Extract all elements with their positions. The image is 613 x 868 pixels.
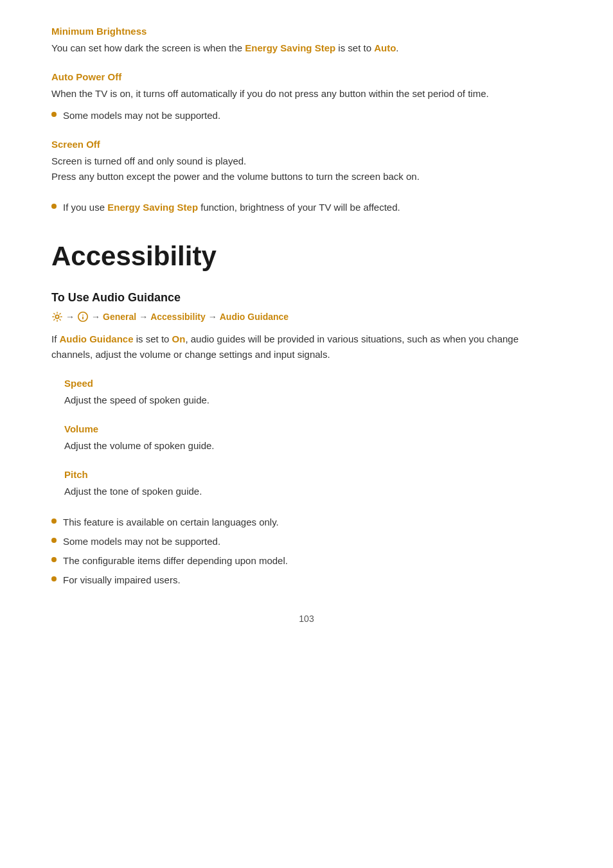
bullet-dot-icon <box>51 557 57 562</box>
screen-off-section: Screen Off Screen is turned off and only… <box>51 139 562 184</box>
arrow-icon-2: → <box>91 312 100 322</box>
volume-title: Volume <box>64 423 562 434</box>
audio-guidance-text: If Audio Guidance is set to On, audio gu… <box>51 332 562 362</box>
breadcrumb-accessibility: Accessibility <box>150 312 206 322</box>
energy-saving-step-bold-1: Energy Saving Step <box>245 42 335 53</box>
minimum-brightness-section: Minimum Brightness You can set how dark … <box>51 26 562 56</box>
minimum-brightness-text: You can set how dark the screen is when … <box>51 40 562 56</box>
accessibility-heading: Accessibility <box>51 241 562 272</box>
list-item: This feature is available on certain lan… <box>51 515 562 530</box>
screen-off-text: Screen is turned off and only sound is p… <box>51 154 562 184</box>
list-item: If you use Energy Saving Step function, … <box>51 200 562 215</box>
on-bold: On <box>172 333 186 344</box>
breadcrumb: → → General → Accessibility → Audio Guid… <box>51 311 562 323</box>
energy-saving-note: If you use Energy Saving Step function, … <box>63 200 400 215</box>
accessibility-bullets: This feature is available on certain lan… <box>51 515 562 588</box>
bullet-text: For visually impaired users. <box>63 572 181 588</box>
svg-rect-3 <box>82 317 84 320</box>
speed-text: Adjust the speed of spoken guide. <box>64 393 562 408</box>
bullet-dot-icon <box>51 518 57 524</box>
breadcrumb-audio-guidance: Audio Guidance <box>220 312 289 322</box>
auto-bold: Auto <box>374 42 396 53</box>
speed-title: Speed <box>64 378 562 389</box>
list-item: Some models may not be supported. <box>51 534 562 549</box>
svg-point-0 <box>55 315 58 318</box>
gear-icon <box>51 311 63 323</box>
bullet-text: The configurable items differ depending … <box>63 553 288 569</box>
svg-point-2 <box>82 314 84 315</box>
bullet-dot-icon <box>51 576 57 581</box>
list-item: The configurable items differ depending … <box>51 553 562 569</box>
volume-section: Volume Adjust the volume of spoken guide… <box>51 423 562 454</box>
audio-guidance-section: To Use Audio Guidance → → General → Acce… <box>51 291 562 362</box>
auto-power-off-section: Auto Power Off When the TV is on, it tur… <box>51 71 562 123</box>
pitch-text: Adjust the tone of spoken guide. <box>64 484 562 499</box>
bullet-text: Some models may not be supported. <box>63 534 220 549</box>
pitch-section: Pitch Adjust the tone of spoken guide. <box>51 469 562 499</box>
bullet-text: This feature is available on certain lan… <box>63 515 279 530</box>
pitch-title: Pitch <box>64 469 562 480</box>
audio-guidance-bold: Audio Guidance <box>60 333 134 344</box>
bullet-text: Some models may not be supported. <box>63 108 220 123</box>
volume-text: Adjust the volume of spoken guide. <box>64 438 562 454</box>
audio-guidance-subheading: To Use Audio Guidance <box>51 291 562 305</box>
list-item: For visually impaired users. <box>51 572 562 588</box>
arrow-icon-3: → <box>139 312 148 322</box>
bullet-dot-icon <box>51 538 57 543</box>
bullet-dot-icon <box>51 204 57 209</box>
arrow-icon-4: → <box>208 312 217 322</box>
info-icon <box>77 311 89 323</box>
arrow-icon-1: → <box>66 312 75 322</box>
screen-off-title: Screen Off <box>51 139 562 150</box>
minimum-brightness-title: Minimum Brightness <box>51 26 562 37</box>
energy-saving-step-bold-2: Energy Saving Step <box>107 202 198 213</box>
breadcrumb-general: General <box>103 312 136 322</box>
auto-power-off-text: When the TV is on, it turns off automati… <box>51 86 562 102</box>
bullet-dot-icon <box>51 112 57 117</box>
speed-section: Speed Adjust the speed of spoken guide. <box>51 378 562 408</box>
page-number: 103 <box>51 614 562 624</box>
list-item: Some models may not be supported. <box>51 108 562 123</box>
auto-power-off-title: Auto Power Off <box>51 71 562 82</box>
